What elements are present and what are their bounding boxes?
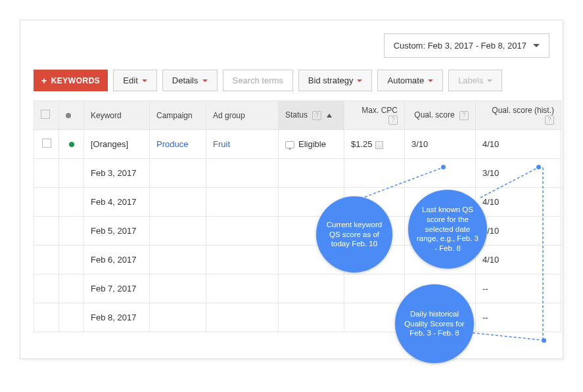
- cell-qual-score: 3/10: [405, 130, 476, 159]
- automate-menu[interactable]: Automate: [377, 70, 443, 91]
- header-ad-group[interactable]: Ad group: [206, 101, 279, 130]
- header-keyword[interactable]: Keyword: [84, 101, 150, 130]
- bid-strategy-label: Bid strategy: [308, 76, 354, 85]
- cell-max-cpc[interactable]: $1.25: [344, 130, 405, 159]
- chevron-down-icon: [142, 79, 147, 82]
- search-terms-placeholder: Search terms: [233, 76, 283, 85]
- plus-icon: +: [41, 76, 47, 86]
- cell-qual-score-hist: --: [476, 274, 561, 303]
- help-icon[interactable]: ?: [545, 116, 554, 125]
- chevron-down-icon: [202, 79, 208, 82]
- status-dot-icon: [66, 113, 71, 118]
- header-status[interactable]: Status ?: [279, 101, 344, 130]
- campaign-link[interactable]: Produce: [156, 139, 188, 149]
- add-keywords-button[interactable]: + KEYWORDS: [34, 70, 108, 91]
- speech-bubble-icon: [285, 141, 294, 148]
- header-qual-score[interactable]: Qual. score ?: [405, 101, 476, 130]
- cell-qual-score-hist: 3/10: [476, 159, 561, 188]
- cell-date: Feb 6, 2017: [84, 246, 150, 274]
- cell-qual-score-hist: --: [476, 303, 561, 332]
- cell-qual-score-hist: 4/10: [476, 217, 561, 246]
- chevron-down-icon: [357, 79, 362, 82]
- cell-date: Feb 8, 2017: [84, 303, 150, 332]
- annotation-dot: [542, 338, 546, 343]
- top-bar: Custom: Feb 3, 2017 - Feb 8, 2017: [34, 33, 549, 58]
- header-max-cpc[interactable]: Max. CPC ?: [344, 101, 405, 130]
- header-campaign[interactable]: Campaign: [150, 101, 206, 130]
- annotation-current-qs: Current keyword QS score as of today Feb…: [316, 196, 392, 272]
- details-label: Details: [172, 76, 198, 85]
- table-row: Feb 8, 2017--: [34, 303, 561, 332]
- help-icon[interactable]: ?: [312, 111, 321, 120]
- annotation-dot: [536, 165, 541, 169]
- status-dot-icon: [69, 142, 74, 147]
- sort-ascending-icon: [327, 114, 332, 118]
- header-qual-score-hist[interactable]: Qual. score (hist.) ?: [476, 101, 561, 130]
- annotation-last-known: Last known QS score for the selected dat…: [408, 190, 487, 269]
- edit-label: Edit: [123, 76, 137, 85]
- cell-status: Eligible: [279, 130, 344, 159]
- table-row: Feb 3, 20173/10: [34, 159, 561, 188]
- chevron-down-icon: [428, 79, 433, 82]
- edit-icon[interactable]: [375, 141, 383, 149]
- labels-label: Labels: [458, 76, 483, 85]
- bid-strategy-menu[interactable]: Bid strategy: [298, 70, 373, 91]
- cell-date: Feb 5, 2017: [84, 217, 150, 246]
- cell-qual-score-hist: 4/10: [476, 188, 561, 217]
- header-status-dot[interactable]: [59, 101, 84, 130]
- help-icon[interactable]: ?: [388, 116, 398, 125]
- cell-date: Feb 3, 2017: [84, 159, 150, 188]
- ad-group-link[interactable]: Fruit: [213, 139, 230, 149]
- table-row[interactable]: [Oranges]ProduceFruitEligible$1.253/104/…: [34, 130, 561, 159]
- edit-menu[interactable]: Edit: [113, 70, 156, 91]
- automate-label: Automate: [387, 76, 424, 85]
- labels-menu[interactable]: Labels: [448, 70, 502, 91]
- help-icon[interactable]: ?: [459, 111, 469, 120]
- date-range-label: Custom: Feb 3, 2017 - Feb 8, 2017: [394, 41, 526, 51]
- table-row: Feb 6, 20174/10: [34, 246, 561, 274]
- app-frame: Custom: Feb 3, 2017 - Feb 8, 2017 + KEYW…: [20, 20, 563, 359]
- cell-qual-score-hist: 4/10: [476, 246, 561, 274]
- cell-keyword: [Oranges]: [84, 130, 150, 159]
- details-menu[interactable]: Details: [162, 70, 218, 91]
- annotation-daily-hist: Daily historical Quality Scores for Feb.…: [395, 284, 474, 363]
- cell-date: Feb 7, 2017: [84, 274, 150, 303]
- chevron-down-icon: [533, 44, 540, 47]
- svg-line-3: [473, 333, 543, 340]
- table-row: Feb 7, 2017--: [34, 274, 561, 303]
- checkbox-icon: [41, 110, 50, 119]
- cell-qual-score-hist: 4/10: [476, 130, 561, 159]
- checkbox-icon[interactable]: [42, 139, 51, 148]
- cell-date: Feb 4, 2017: [84, 188, 150, 217]
- annotation-dot: [441, 165, 446, 169]
- date-range-picker[interactable]: Custom: Feb 3, 2017 - Feb 8, 2017: [384, 33, 549, 58]
- add-keywords-label: KEYWORDS: [51, 76, 101, 85]
- toolbar: + KEYWORDS Edit Details Search terms Bid…: [34, 70, 549, 91]
- header-checkbox[interactable]: [34, 101, 59, 130]
- search-terms-input[interactable]: Search terms: [223, 70, 293, 91]
- table-header: Keyword Campaign Ad group Status ? Max. …: [34, 101, 561, 130]
- chevron-down-icon: [487, 79, 492, 82]
